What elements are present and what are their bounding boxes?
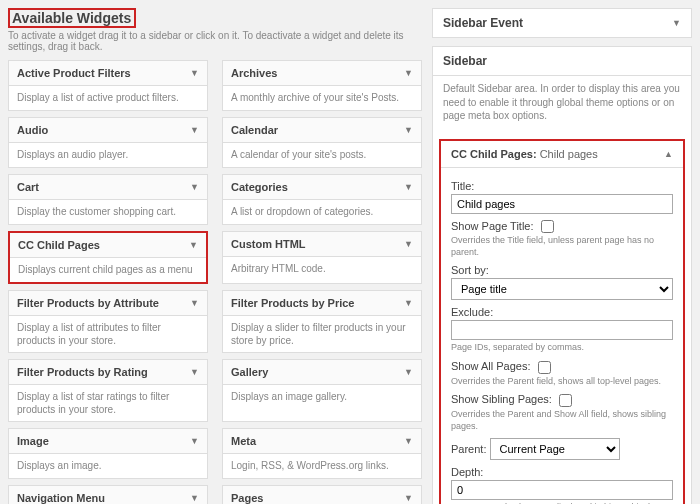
exclude-input[interactable] — [451, 320, 673, 340]
chevron-down-icon: ▼ — [190, 68, 199, 78]
chevron-down-icon: ▼ — [404, 239, 413, 249]
parent-label: Parent: — [451, 443, 486, 455]
active-widget-header[interactable]: CC Child Pages: Child pages ▲ — [441, 141, 683, 167]
chevron-down-icon: ▼ — [190, 367, 199, 377]
available-widget[interactable]: Categories▼A list or dropdown of categor… — [222, 174, 422, 225]
chevron-down-icon: ▼ — [404, 125, 413, 135]
chevron-down-icon: ▼ — [404, 68, 413, 78]
show-all-checkbox[interactable] — [538, 361, 551, 374]
show-sib-label: Show Sibling Pages: — [451, 393, 552, 405]
chevron-down-icon: ▼ — [190, 125, 199, 135]
title-label: Title: — [451, 180, 673, 192]
page-title: Available Widgets — [8, 8, 136, 28]
chevron-down-icon: ▼ — [404, 182, 413, 192]
sidebar-event-header[interactable]: Sidebar Event ▼ — [433, 9, 691, 37]
chevron-down-icon: ▼ — [404, 367, 413, 377]
title-input[interactable] — [451, 194, 673, 214]
available-widget[interactable]: Filter Products by Price▼Display a slide… — [222, 290, 422, 353]
available-widget[interactable]: Audio▼Displays an audio player. — [8, 117, 208, 168]
available-widget[interactable]: Calendar▼A calendar of your site's posts… — [222, 117, 422, 168]
available-widget[interactable]: Filter Products by Rating▼Display a list… — [8, 359, 208, 422]
chevron-down-icon: ▼ — [404, 298, 413, 308]
chevron-down-icon: ▼ — [189, 240, 198, 250]
depth-label: Depth: — [451, 466, 673, 478]
page-hint: To activate a widget drag it to a sideba… — [8, 30, 422, 52]
available-widget[interactable]: Gallery▼Displays an image gallery. — [222, 359, 422, 422]
sortby-select[interactable]: Page title — [451, 278, 673, 300]
show-title-checkbox[interactable] — [541, 220, 554, 233]
available-widget[interactable]: Pages▼A list of your site's Pages. — [222, 485, 422, 504]
available-widget[interactable]: Filter Products by Attribute▼Display a l… — [8, 290, 208, 353]
chevron-down-icon: ▼ — [404, 436, 413, 446]
chevron-down-icon: ▼ — [404, 493, 413, 503]
sidebar-header[interactable]: Sidebar — [433, 47, 691, 75]
chevron-down-icon: ▼ — [190, 493, 199, 503]
show-all-label: Show All Pages: — [451, 360, 531, 372]
chevron-up-icon: ▲ — [664, 149, 673, 159]
show-sib-checkbox[interactable] — [559, 394, 572, 407]
available-widget[interactable]: Active Product Filters▼Display a list of… — [8, 60, 208, 111]
sortby-label: Sort by: — [451, 264, 673, 276]
exclude-label: Exclude: — [451, 306, 673, 318]
chevron-down-icon: ▼ — [190, 298, 199, 308]
sidebar-note: Default Sidebar area. In order to displa… — [443, 82, 681, 123]
show-title-label: Show Page Title: — [451, 220, 534, 232]
chevron-down-icon: ▼ — [190, 436, 199, 446]
chevron-down-icon: ▼ — [190, 182, 199, 192]
chevron-down-icon: ▼ — [672, 18, 681, 28]
parent-select[interactable]: Current Page — [490, 438, 620, 460]
depth-input[interactable] — [451, 480, 673, 500]
available-widget[interactable]: CC Child Pages▼Displays current child pa… — [8, 231, 208, 284]
available-widget[interactable]: Navigation Menu▼Add a navigation menu to… — [8, 485, 208, 504]
available-widget[interactable]: Cart▼Display the customer shopping cart. — [8, 174, 208, 225]
available-widget[interactable]: Image▼Displays an image. — [8, 428, 208, 479]
available-widget[interactable]: Meta▼Login, RSS, & WordPress.org links. — [222, 428, 422, 479]
available-widget[interactable]: Custom HTML▼Arbitrary HTML code. — [222, 231, 422, 284]
available-widget[interactable]: Archives▼A monthly archive of your site'… — [222, 60, 422, 111]
